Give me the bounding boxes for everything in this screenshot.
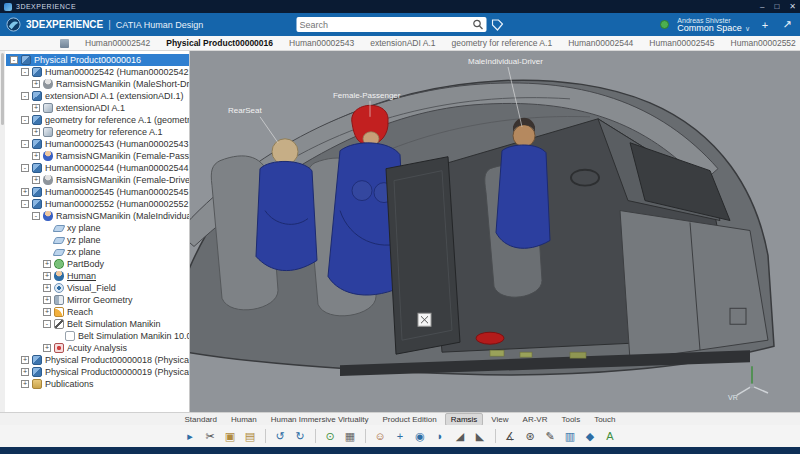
undo-icon[interactable]: ↺ <box>272 428 289 445</box>
measure-icon[interactable]: ∡ <box>502 428 519 445</box>
update-icon[interactable]: ⊙ <box>322 428 339 445</box>
tabs-home-icon[interactable] <box>60 39 69 48</box>
tree-node[interactable]: +Physical Product00000018 (Physical Prod… <box>6 354 189 366</box>
tree-node[interactable]: -Human00002544 (Human00002544.1) <box>6 162 189 174</box>
toolbar-tab[interactable]: Product Edition <box>376 413 442 426</box>
document-tab[interactable]: Human00002545 <box>649 38 714 48</box>
toolbar-tab[interactable]: Tools <box>555 413 586 426</box>
close-button[interactable]: ✕ <box>789 0 796 13</box>
document-tab[interactable]: extensionADI A.1 <box>370 38 435 48</box>
collapse-icon[interactable]: - <box>21 164 29 172</box>
close-widget-icon[interactable] <box>418 313 431 326</box>
tree-node[interactable]: +geometry for reference A.1 <box>6 126 189 138</box>
document-tab[interactable]: Physical Product00000016 <box>166 38 273 48</box>
toolbar-tab[interactable]: Ramsis <box>445 413 484 426</box>
expand-icon[interactable]: + <box>43 308 51 316</box>
tree-node[interactable]: -extensionADI A.1 (extensionADI.1) <box>6 90 189 102</box>
document-tab[interactable]: Human00002544 <box>568 38 633 48</box>
tree-node[interactable]: -geometry for reference A.1 (geometry fo… <box>6 114 189 126</box>
expand-icon[interactable]: + <box>43 272 51 280</box>
chart-icon[interactable]: ▥ <box>562 428 579 445</box>
collapse-icon[interactable]: - <box>21 116 29 124</box>
pencil-icon[interactable]: ✎ <box>542 428 559 445</box>
expand-icon[interactable]: + <box>21 380 29 388</box>
tree-node[interactable]: +extensionADI A.1 <box>6 102 189 114</box>
expand-icon[interactable]: + <box>43 260 51 268</box>
expand-icon[interactable]: + <box>43 344 51 352</box>
toolbar-tab[interactable]: Touch <box>588 413 621 426</box>
tag-icon[interactable] <box>492 19 504 31</box>
tree-node[interactable]: +Acuity Analysis <box>6 342 189 354</box>
search-bar[interactable] <box>297 17 487 32</box>
document-tab[interactable]: Human00002552 <box>731 38 796 48</box>
share-button[interactable]: ↗ <box>780 18 794 31</box>
diamond-icon[interactable]: ◆ <box>582 428 599 445</box>
expand-icon[interactable]: + <box>43 296 51 304</box>
collapse-icon[interactable]: - <box>32 212 40 220</box>
expand-icon[interactable]: + <box>32 152 40 160</box>
expand-icon[interactable]: + <box>21 188 29 196</box>
expand-icon[interactable]: + <box>21 368 29 376</box>
robot-triad-icon[interactable]: VR <box>728 366 768 401</box>
toolbar-tab[interactable]: AR-VR <box>517 413 554 426</box>
tree-node[interactable]: +RamsisNGManikin (MaleShort-Driver, inac… <box>6 78 189 90</box>
tree-node[interactable]: +RamsisNGManikin (Female-Driver, inactiv… <box>6 174 189 186</box>
document-tab[interactable]: geometry for reference A.1 <box>451 38 552 48</box>
tree-node[interactable]: Belt Simulation Manikin 10.06.2021-15:1 <box>6 330 189 342</box>
redo-icon[interactable]: ↻ <box>292 428 309 445</box>
expand-icon[interactable]: + <box>32 128 40 136</box>
tree-node[interactable]: +RamsisNGManikin (Female-Passenger, acti… <box>6 150 189 162</box>
search-input[interactable] <box>300 20 473 30</box>
belt-tool-icon[interactable]: ◢ <box>452 428 469 445</box>
tree-node[interactable]: +Mirror Geometry <box>6 294 189 306</box>
search-icon[interactable] <box>473 19 484 30</box>
tree-scrollbar[interactable] <box>0 51 5 412</box>
tree-node[interactable]: yz plane <box>6 234 189 246</box>
maximize-button[interactable]: □ <box>774 0 779 13</box>
document-tab[interactable]: Human00002542 <box>85 38 150 48</box>
user-menu[interactable]: Andreas Shivster Common Space ∨ <box>677 17 750 33</box>
3d-viewport[interactable]: RearSeat Female-Passenger MaleIndividual… <box>190 51 800 412</box>
minimize-button[interactable]: – <box>760 0 764 13</box>
collapse-icon[interactable]: - <box>21 92 29 100</box>
reach-tool-icon[interactable]: ◗ <box>432 428 449 445</box>
tree-node[interactable]: -Human00002542 (Human00002542.1) <box>6 66 189 78</box>
tree-node[interactable]: +Visual_Field <box>6 282 189 294</box>
tree-node[interactable]: -RamsisNGManikin (MaleIndividual-Driver,… <box>6 210 189 222</box>
3ds-compass-icon[interactable] <box>6 17 21 32</box>
expand-icon[interactable]: + <box>43 284 51 292</box>
posture-icon[interactable]: + <box>392 428 409 445</box>
manikin-tool-icon[interactable]: ☺ <box>372 428 389 445</box>
expand-icon[interactable]: + <box>21 356 29 364</box>
tree-node[interactable]: zx plane <box>6 246 189 258</box>
tree-node[interactable]: +Physical Product00000019 (Physical Prod… <box>6 366 189 378</box>
vision-icon[interactable]: ◉ <box>412 428 429 445</box>
collapse-icon[interactable]: - <box>10 56 18 64</box>
tree-node[interactable]: -Human00002543 (Human00002543.1) <box>6 138 189 150</box>
expand-icon[interactable]: + <box>32 80 40 88</box>
tree-node[interactable]: -Physical Product00000016 <box>6 54 189 66</box>
highlighted-part[interactable] <box>476 332 504 344</box>
expand-icon[interactable]: + <box>32 176 40 184</box>
toolbar-tab[interactable]: Human Immersive Virtuality <box>265 413 375 426</box>
toolbar-tab[interactable]: Human <box>225 413 263 426</box>
document-tab[interactable]: Human00002543 <box>289 38 354 48</box>
tree-node[interactable]: +Reach <box>6 306 189 318</box>
tree-node[interactable]: +Publications <box>6 378 189 390</box>
add-button[interactable]: + <box>758 19 772 31</box>
copy-icon[interactable]: ▣ <box>222 428 239 445</box>
collapse-icon[interactable]: - <box>43 320 51 328</box>
collapse-icon[interactable]: - <box>21 140 29 148</box>
tree-node[interactable]: -Belt Simulation Manikin <box>6 318 189 330</box>
select-cursor-icon[interactable]: ▸ <box>182 428 199 445</box>
seat-tool-icon[interactable]: ◣ <box>472 428 489 445</box>
cut-scissors-icon[interactable]: ✂ <box>202 428 219 445</box>
toolbar-tab[interactable]: View <box>485 413 514 426</box>
tree-node[interactable]: +Human00002545 (Human00002545.1) <box>6 186 189 198</box>
expand-icon[interactable]: + <box>32 104 40 112</box>
toolbar-tab[interactable]: Standard <box>179 413 223 426</box>
collapse-icon[interactable]: - <box>21 68 29 76</box>
tree-node[interactable]: -Human00002552 (Human00002552.1) <box>6 198 189 210</box>
tree-node[interactable]: +Human <box>6 270 189 282</box>
grid-icon[interactable]: ▦ <box>342 428 359 445</box>
